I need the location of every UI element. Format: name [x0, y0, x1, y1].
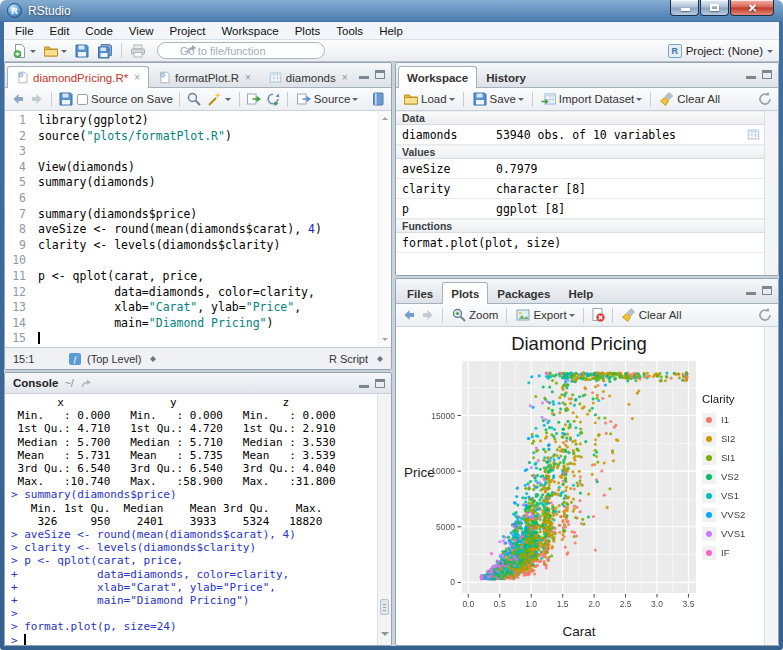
import-dataset-button[interactable]: Import Dataset — [539, 90, 644, 108]
titlebar[interactable]: R RStudio — [0, 0, 783, 22]
menu-help[interactable]: Help — [371, 23, 411, 39]
pane-maximize-icon[interactable] — [375, 70, 385, 79]
console-line: > format.plot(p, size=24) — [11, 620, 377, 633]
menu-project[interactable]: Project — [162, 23, 214, 39]
minimize-button[interactable] — [670, 0, 699, 16]
tab-plots[interactable]: Plots — [442, 282, 488, 304]
source-button[interactable]: Source — [294, 90, 360, 108]
source-on-save-checkbox[interactable] — [77, 94, 88, 105]
code-text[interactable]: library(ggplot2)source("plots/formatPlot… — [38, 113, 377, 347]
object-row-function[interactable]: format.plot(plot, size) — [396, 233, 764, 253]
close-icon[interactable]: × — [134, 72, 140, 83]
console-pane: Console ~/ x y z Min. : 0.000 Min. : 0.0… — [4, 372, 392, 646]
editor-scrollbar[interactable] — [378, 111, 391, 347]
workspace-pane: WorkspaceHistory Load Save Import Datase… — [395, 62, 779, 276]
console-output[interactable]: x y z Min. : 0.000 Min. : 0.000 Min. : 0… — [5, 394, 377, 645]
load-caret[interactable] — [449, 98, 455, 104]
export-plot-button[interactable]: Export — [513, 306, 576, 324]
console-line: Median : 5.700 Median : 5.710 Median : 3… — [11, 436, 377, 449]
scrollbar-thumb[interactable] — [380, 599, 389, 615]
broom-icon — [659, 91, 675, 107]
open-file-caret[interactable] — [61, 50, 67, 56]
legend-label: VVS1 — [721, 528, 745, 539]
menu-edit[interactable]: Edit — [42, 23, 78, 39]
code-line: View(diamonds) — [38, 160, 377, 176]
next-plot-icon[interactable] — [420, 307, 436, 323]
save-workspace-button[interactable]: Save — [470, 90, 526, 108]
scroll-down-icon[interactable] — [381, 632, 389, 640]
editor-tab-diamondpricingr[interactable]: diamondPricing.R*× — [7, 66, 149, 88]
maximize-button[interactable] — [700, 0, 729, 16]
workspace-toolbar: Load Save Import Dataset Clear All — [396, 88, 778, 111]
editor-tab-formatplotr[interactable]: formatPlot.R× — [149, 66, 260, 88]
menu-view[interactable]: View — [121, 23, 162, 39]
save-caret[interactable] — [518, 98, 524, 104]
object-row-aveSize[interactable]: aveSize0.7979 — [396, 159, 764, 179]
tab-help[interactable]: Help — [559, 282, 602, 304]
workspace-scrollbar[interactable] — [764, 111, 778, 275]
legend-label: SI1 — [721, 452, 735, 463]
tab-files[interactable]: Files — [398, 282, 442, 304]
close-button[interactable] — [730, 0, 774, 16]
pane-minimize-icon[interactable] — [746, 286, 756, 295]
clear-all-button[interactable]: Clear All — [657, 90, 722, 108]
find-icon[interactable] — [186, 91, 202, 107]
remove-plot-icon[interactable] — [590, 307, 606, 323]
run-icon[interactable] — [246, 91, 262, 107]
export-caret[interactable] — [569, 314, 575, 320]
scope-selector[interactable]: (Top Level) — [87, 353, 141, 365]
menu-code[interactable]: Code — [77, 23, 121, 39]
editor-tab-diamonds[interactable]: diamonds× — [260, 66, 357, 88]
code-tools-caret[interactable] — [225, 98, 231, 104]
code-tools-button[interactable] — [205, 90, 233, 108]
menu-workspace[interactable]: Workspace — [213, 23, 286, 39]
pane-minimize-icon[interactable] — [359, 379, 369, 388]
pane-minimize-icon[interactable] — [359, 70, 369, 79]
open-file-button[interactable] — [41, 42, 69, 60]
rerun-icon[interactable] — [265, 91, 281, 107]
refresh-icon[interactable] — [757, 307, 773, 323]
compile-notebook-icon[interactable] — [370, 91, 386, 107]
save-icon[interactable] — [58, 91, 74, 107]
goto-file-input[interactable] — [157, 42, 325, 59]
console-line: > p <- qplot(carat, price, — [11, 554, 377, 567]
close-icon[interactable]: × — [342, 72, 348, 83]
tab-history[interactable]: History — [477, 66, 535, 88]
menu-file[interactable]: File — [7, 23, 42, 39]
previous-plot-icon[interactable] — [401, 307, 417, 323]
forward-icon[interactable] — [29, 91, 45, 107]
code-editor[interactable]: 123456789101112131415 library(ggplot2)so… — [5, 111, 391, 347]
console-scrollbar[interactable] — [377, 394, 391, 645]
load-workspace-button[interactable]: Load — [401, 90, 457, 108]
import-caret[interactable] — [636, 98, 642, 104]
print-button[interactable] — [128, 42, 148, 60]
back-icon[interactable] — [10, 91, 26, 107]
legend-dot — [706, 512, 712, 518]
tab-workspace[interactable]: Workspace — [398, 66, 477, 88]
goto-directory-icon[interactable] — [80, 377, 93, 390]
save-all-button[interactable] — [95, 42, 115, 60]
file-type-selector[interactable]: R Script — [329, 353, 368, 365]
new-file-button[interactable] — [10, 42, 38, 60]
project-selector[interactable]: R Project: (None) — [668, 44, 773, 58]
pane-maximize-icon[interactable] — [762, 286, 772, 295]
close-icon[interactable]: × — [245, 72, 251, 83]
console-line: + main="Diamond Pricing") — [11, 594, 377, 607]
clear-all-plots-button[interactable]: Clear All — [619, 306, 684, 324]
save-button[interactable] — [72, 42, 92, 60]
plots-scrollbar[interactable] — [764, 327, 778, 645]
source-caret[interactable] — [352, 98, 358, 104]
tab-packages[interactable]: Packages — [488, 282, 559, 304]
menu-plots[interactable]: Plots — [287, 23, 329, 39]
zoom-plot-button[interactable]: Zoom — [449, 306, 500, 324]
menu-tools[interactable]: Tools — [328, 23, 371, 39]
pane-minimize-icon[interactable] — [746, 70, 756, 79]
pane-maximize-icon[interactable] — [762, 70, 772, 79]
pane-maximize-icon[interactable] — [375, 379, 385, 388]
refresh-icon[interactable] — [757, 91, 773, 107]
view-data-icon[interactable] — [747, 128, 760, 141]
object-row-clarity[interactable]: claritycharacter [8] — [396, 179, 764, 199]
object-row-p[interactable]: pggplot [8] — [396, 199, 764, 219]
new-file-caret[interactable] — [30, 50, 36, 56]
object-row-diamonds[interactable]: diamonds53940 obs. of 10 variables — [396, 125, 764, 145]
